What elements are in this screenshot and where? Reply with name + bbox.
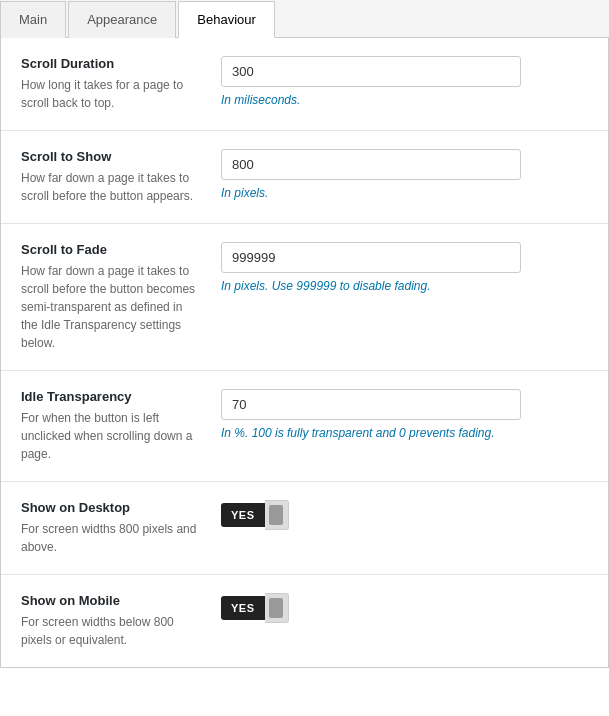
toggle-wrap-desktop: YES <box>221 500 588 530</box>
toggle-yes-label-mobile: YES <box>221 596 265 620</box>
tab-bar: Main Appearance Behaviour <box>0 0 609 38</box>
field-desc-scroll-to-show: How far down a page it takes to scroll b… <box>21 169 201 205</box>
toggle-wrap-mobile: YES <box>221 593 588 623</box>
scroll-to-show-input[interactable] <box>221 149 521 180</box>
label-col-idle-transparency: Idle Transparency For when the button is… <box>21 389 201 463</box>
field-title-show-desktop: Show on Desktop <box>21 500 201 515</box>
field-title-scroll-duration: Scroll Duration <box>21 56 201 71</box>
field-desc-show-desktop: For screen widths 800 pixels and above. <box>21 520 201 556</box>
row-show-mobile: Show on Mobile For screen widths below 8… <box>1 575 608 667</box>
tab-appearance[interactable]: Appearance <box>68 1 176 38</box>
field-title-idle-transparency: Idle Transparency <box>21 389 201 404</box>
tab-content: Scroll Duration How long it takes for a … <box>0 38 609 668</box>
input-col-show-desktop: YES <box>221 500 588 530</box>
toggle-show-desktop[interactable]: YES <box>221 500 289 530</box>
input-col-show-mobile: YES <box>221 593 588 623</box>
label-col-scroll-to-fade: Scroll to Fade How far down a page it ta… <box>21 242 201 352</box>
label-col-show-mobile: Show on Mobile For screen widths below 8… <box>21 593 201 649</box>
label-col-scroll-to-show: Scroll to Show How far down a page it ta… <box>21 149 201 205</box>
input-col-scroll-to-fade: In pixels. Use 999999 to disable fading. <box>221 242 588 293</box>
tab-behaviour[interactable]: Behaviour <box>178 1 275 38</box>
idle-transparency-hint: In %. 100 is fully transparent and 0 pre… <box>221 426 588 440</box>
label-col-show-desktop: Show on Desktop For screen widths 800 pi… <box>21 500 201 556</box>
field-desc-scroll-duration: How long it takes for a page to scroll b… <box>21 76 201 112</box>
field-title-scroll-to-show: Scroll to Show <box>21 149 201 164</box>
scroll-to-fade-input[interactable] <box>221 242 521 273</box>
row-idle-transparency: Idle Transparency For when the button is… <box>1 371 608 482</box>
row-scroll-to-show: Scroll to Show How far down a page it ta… <box>1 131 608 224</box>
settings-container: Main Appearance Behaviour Scroll Duratio… <box>0 0 609 716</box>
tab-main[interactable]: Main <box>0 1 66 38</box>
field-desc-show-mobile: For screen widths below 800 pixels or eq… <box>21 613 201 649</box>
input-col-scroll-duration: In miliseconds. <box>221 56 588 107</box>
toggle-knob-mobile <box>265 593 289 623</box>
field-desc-idle-transparency: For when the button is left unclicked wh… <box>21 409 201 463</box>
idle-transparency-input[interactable] <box>221 389 521 420</box>
row-scroll-duration: Scroll Duration How long it takes for a … <box>1 38 608 131</box>
input-col-idle-transparency: In %. 100 is fully transparent and 0 pre… <box>221 389 588 440</box>
input-col-scroll-to-show: In pixels. <box>221 149 588 200</box>
field-title-show-mobile: Show on Mobile <box>21 593 201 608</box>
scroll-duration-hint: In miliseconds. <box>221 93 588 107</box>
field-desc-scroll-to-fade: How far down a page it takes to scroll b… <box>21 262 201 352</box>
toggle-show-mobile[interactable]: YES <box>221 593 289 623</box>
scroll-duration-input[interactable] <box>221 56 521 87</box>
scroll-to-show-hint: In pixels. <box>221 186 588 200</box>
toggle-yes-label-desktop: YES <box>221 503 265 527</box>
label-col-scroll-duration: Scroll Duration How long it takes for a … <box>21 56 201 112</box>
toggle-knob-desktop <box>265 500 289 530</box>
scroll-to-fade-hint: In pixels. Use 999999 to disable fading. <box>221 279 588 293</box>
row-scroll-to-fade: Scroll to Fade How far down a page it ta… <box>1 224 608 371</box>
field-title-scroll-to-fade: Scroll to Fade <box>21 242 201 257</box>
row-show-desktop: Show on Desktop For screen widths 800 pi… <box>1 482 608 575</box>
